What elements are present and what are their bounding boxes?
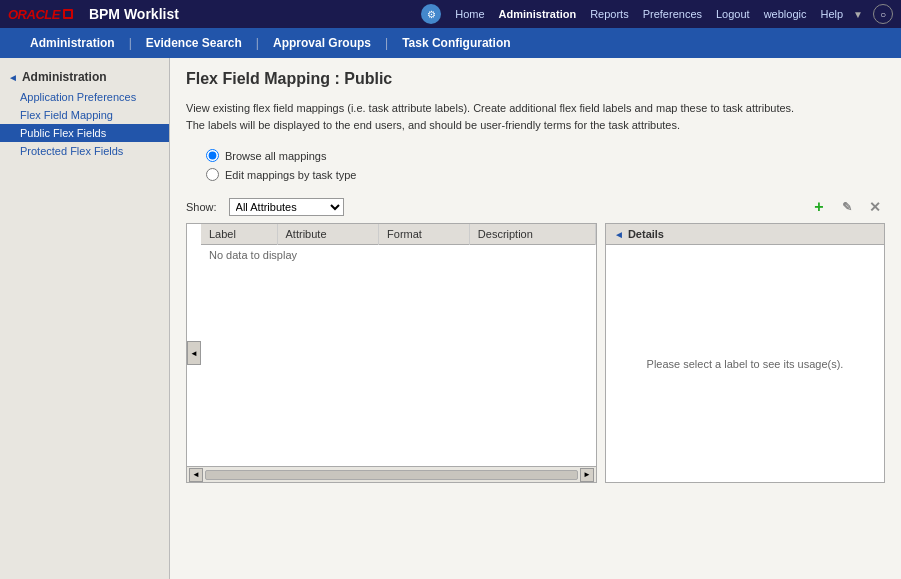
scroll-right-arrow[interactable]: ►: [580, 468, 594, 482]
oracle-logo-text: ORACLE: [8, 7, 60, 22]
details-header: ◄ Details: [606, 224, 884, 245]
sidebar-section-label: Administration: [22, 70, 107, 84]
details-body: Please select a label to see its usage(s…: [606, 245, 884, 482]
show-label: Show:: [186, 201, 217, 213]
col-header-format: Format: [379, 224, 470, 245]
details-icon: ◄: [614, 229, 624, 240]
top-nav-home[interactable]: Home: [449, 6, 490, 22]
top-nav-help[interactable]: Help: [814, 6, 849, 22]
main-layout: ◄ Administration Application Preferences…: [0, 58, 901, 579]
nav-icon[interactable]: ⚙: [421, 4, 441, 24]
content-area: Flex Field Mapping : Public View existin…: [170, 58, 901, 579]
empty-message: No data to display: [201, 245, 596, 266]
edit-button[interactable]: ✎: [837, 197, 857, 217]
left-arrow-button[interactable]: ◄: [187, 341, 201, 365]
description-line1: View existing flex field mappings (i.e. …: [186, 102, 794, 114]
table-header-row: Label Attribute Format Description: [201, 224, 596, 245]
page-title: Flex Field Mapping : Public: [186, 70, 885, 88]
show-select[interactable]: All Attributes String Attributes Number …: [229, 198, 344, 216]
sidebar-arrow-icon: ◄: [8, 72, 18, 83]
details-empty-message: Please select a label to see its usage(s…: [647, 358, 844, 370]
radio-edit-by-type-label: Edit mappings by task type: [225, 169, 356, 181]
sidebar-item-flex-field-mapping[interactable]: Flex Field Mapping: [0, 106, 169, 124]
top-nav-weblogic[interactable]: weblogic: [758, 6, 813, 22]
radio-edit-by-type-input[interactable]: [206, 168, 219, 181]
app-title: BPM Worklist: [89, 6, 179, 22]
top-nav-logout[interactable]: Logout: [710, 6, 756, 22]
sec-nav-approval-groups[interactable]: Approval Groups: [259, 32, 385, 54]
col-header-attribute: Attribute: [277, 224, 379, 245]
sidebar: ◄ Administration Application Preferences…: [0, 58, 170, 579]
oracle-logo-box: [63, 9, 73, 19]
horizontal-scrollbar[interactable]: ◄ ►: [187, 466, 596, 482]
sec-nav-task-configuration[interactable]: Task Configuration: [388, 32, 524, 54]
details-panel: ◄ Details Please select a label to see i…: [605, 223, 885, 483]
description-text: View existing flex field mappings (i.e. …: [186, 100, 885, 133]
top-nav-administration[interactable]: Administration: [493, 6, 583, 22]
scroll-track[interactable]: [205, 470, 578, 480]
sidebar-item-public-flex-fields[interactable]: Public Flex Fields: [0, 124, 169, 142]
sidebar-item-protected-flex-fields[interactable]: Protected Flex Fields: [0, 142, 169, 160]
delete-button[interactable]: ✕: [865, 197, 885, 217]
scroll-left-arrow[interactable]: ◄: [189, 468, 203, 482]
radio-browse-all: Browse all mappings: [206, 149, 885, 162]
radio-browse-all-label: Browse all mappings: [225, 150, 327, 162]
sec-nav-evidence-search[interactable]: Evidence Search: [132, 32, 256, 54]
sec-nav-administration[interactable]: Administration: [16, 32, 129, 54]
sidebar-section-title[interactable]: ◄ Administration: [0, 66, 169, 88]
toolbar-row: Show: All Attributes String Attributes N…: [186, 197, 885, 217]
top-nav: Home Administration Reports Preferences …: [449, 4, 893, 24]
table-row-empty: No data to display: [201, 245, 596, 266]
data-details-row: ◄ Label Attribute Format Description: [186, 223, 885, 483]
top-header: ORACLE BPM Worklist ⚙ Home Administratio…: [0, 0, 901, 28]
radio-group: Browse all mappings Edit mappings by tas…: [206, 149, 885, 181]
top-nav-reports[interactable]: Reports: [584, 6, 635, 22]
sidebar-item-application-preferences[interactable]: Application Preferences: [0, 88, 169, 106]
radio-edit-by-type: Edit mappings by task type: [206, 168, 885, 181]
details-title: Details: [628, 228, 664, 240]
add-button[interactable]: +: [809, 197, 829, 217]
radio-browse-all-input[interactable]: [206, 149, 219, 162]
data-table: Label Attribute Format Description No da…: [201, 224, 596, 265]
help-icon[interactable]: ○: [873, 4, 893, 24]
oracle-logo: ORACLE: [8, 7, 73, 22]
col-header-label: Label: [201, 224, 277, 245]
description-line2: The labels will be displayed to the end …: [186, 119, 680, 131]
secondary-nav: Administration | Evidence Search | Appro…: [0, 28, 901, 58]
top-nav-preferences[interactable]: Preferences: [637, 6, 708, 22]
data-panel: ◄ Label Attribute Format Description: [186, 223, 597, 483]
col-header-description: Description: [469, 224, 595, 245]
